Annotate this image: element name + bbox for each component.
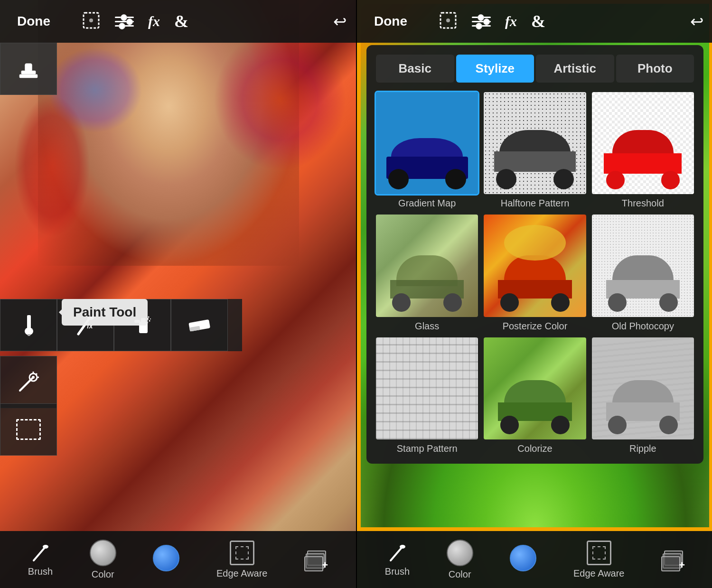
left-bottom-color-blue[interactable] xyxy=(153,545,179,574)
right-edge-aware-icon xyxy=(587,541,611,565)
halftone-wheel1 xyxy=(496,169,516,189)
threshold-label: Threshold xyxy=(622,198,664,209)
lasso-rect-icon xyxy=(16,419,41,440)
left-done-button[interactable]: Done xyxy=(9,10,58,33)
car-wheel1 xyxy=(388,169,409,189)
filter-halftone-pattern[interactable]: Halftone Pattern xyxy=(484,92,586,209)
stamp-pattern-label: Stamp Pattern xyxy=(397,443,458,454)
left-bottom-color-gray[interactable]: Color xyxy=(90,540,116,580)
left-selection-icon[interactable] xyxy=(82,11,101,30)
right-bottom-edge-aware[interactable]: Edge Aware xyxy=(573,541,625,579)
svg-rect-3 xyxy=(19,75,37,78)
right-brush-label: Brush xyxy=(385,566,410,577)
right-color-label: Color xyxy=(449,569,471,580)
svg-point-6 xyxy=(25,327,33,335)
layer-sheet-1 xyxy=(304,556,323,571)
threshold-wheel2 xyxy=(661,171,680,189)
layer-plus-icon: + xyxy=(322,559,328,571)
left-undo-button[interactable]: ↩ xyxy=(333,12,347,31)
left-amp-icon[interactable]: & xyxy=(174,11,188,31)
left-brush-label: Brush xyxy=(28,566,53,577)
photocopy-wheel2 xyxy=(659,293,678,312)
svg-point-1 xyxy=(89,19,93,22)
right-adjustments-icon[interactable] xyxy=(472,17,491,27)
filter-ripple[interactable]: Ripple xyxy=(592,337,694,454)
left-bottom-toolbar: Brush Color Edge Aware + xyxy=(0,531,356,588)
svg-point-15 xyxy=(149,320,150,322)
right-done-button[interactable]: Done xyxy=(366,10,415,33)
left-color-blob-red xyxy=(214,28,347,171)
ripple-wheel2 xyxy=(659,416,678,434)
paint-tool-label: Paint Tool xyxy=(73,305,136,319)
filter-glass[interactable]: Glass xyxy=(376,215,478,331)
left-panel: Done fx & ↩ xyxy=(0,0,356,588)
left-fx-icon[interactable]: fx xyxy=(148,13,160,29)
svg-rect-4 xyxy=(25,63,32,71)
brush-tool-button[interactable] xyxy=(0,299,57,351)
right-gray-swatch xyxy=(447,540,473,566)
left-paint-blob xyxy=(14,95,90,237)
gradient-map-thumb xyxy=(376,92,478,194)
right-edge-aware-label: Edge Aware xyxy=(573,568,625,579)
right-layers-icon: + xyxy=(661,548,685,571)
right-bottom-brush[interactable]: Brush xyxy=(385,542,410,577)
svg-point-28 xyxy=(43,545,48,549)
svg-point-32 xyxy=(400,545,405,549)
posterize-wheel1 xyxy=(500,293,519,312)
right-bottom-color-gray[interactable]: Color xyxy=(447,540,473,580)
left-bottom-layers[interactable]: + xyxy=(304,548,328,571)
magic-wand-tool-button[interactable] xyxy=(0,356,57,408)
stamp-pattern-overlay xyxy=(376,337,478,439)
filter-gradient-map[interactable]: Gradient Map xyxy=(376,92,478,209)
right-bottom-color-blue[interactable] xyxy=(510,545,536,574)
photocopy-wheel1 xyxy=(608,293,627,312)
stamp-icon xyxy=(17,57,40,81)
filter-threshold[interactable]: Threshold xyxy=(592,92,694,209)
right-selection-icon[interactable] xyxy=(439,11,458,30)
edge-aware-inner xyxy=(235,546,249,560)
left-bottom-edge-aware[interactable]: Edge Aware xyxy=(216,541,268,579)
halftone-wheel2 xyxy=(553,169,574,189)
right-blue-swatch xyxy=(510,545,536,571)
bottom-brush-icon xyxy=(30,542,51,563)
right-fx-icon[interactable]: fx xyxy=(505,13,517,29)
car-wheel2 xyxy=(445,169,466,189)
filter-old-photocopy[interactable]: Old Photocopy xyxy=(592,215,694,331)
eraser-icon xyxy=(187,318,211,332)
threshold-wheel1 xyxy=(606,171,625,189)
svg-rect-7 xyxy=(28,334,30,336)
effects-panel: Basic Stylize Artistic Photo xyxy=(366,45,703,464)
layers-icon: + xyxy=(304,548,328,571)
stamp-tool-button[interactable] xyxy=(0,43,57,95)
glass-wheel1 xyxy=(392,293,411,312)
right-undo-button[interactable]: ↩ xyxy=(690,12,703,31)
right-amp-icon[interactable]: & xyxy=(531,11,545,31)
paint-tool-tooltip: Paint Tool xyxy=(62,299,148,326)
left-bottom-brush[interactable]: Brush xyxy=(28,542,53,577)
right-panel: Done fx & ↩ Basic Stylize Arti xyxy=(357,0,712,588)
filter-stamp-pattern[interactable]: Stamp Pattern xyxy=(376,337,478,454)
right-brush-icon xyxy=(387,542,408,563)
tab-artistic[interactable]: Artistic xyxy=(536,55,614,83)
tab-photo[interactable]: Photo xyxy=(616,55,694,83)
filter-colorize[interactable]: Colorize xyxy=(484,337,586,454)
left-top-toolbar: Done fx & ↩ xyxy=(0,0,356,43)
filter-posterize-color[interactable]: Posterize Color xyxy=(484,215,586,331)
lasso-tool-button[interactable] xyxy=(0,403,57,456)
svg-point-30 xyxy=(446,19,450,22)
blue-color-swatch xyxy=(153,545,179,571)
right-bottom-layers[interactable]: + xyxy=(661,548,685,571)
right-edge-aware-inner xyxy=(592,546,606,560)
svg-line-24 xyxy=(36,373,37,375)
tab-stylize[interactable]: Stylize xyxy=(456,55,534,83)
left-color-label: Color xyxy=(92,569,114,580)
left-adjustments-icon[interactable] xyxy=(115,17,134,27)
svg-line-31 xyxy=(391,547,402,560)
tab-basic[interactable]: Basic xyxy=(376,55,454,83)
eraser-tool-button[interactable] xyxy=(171,299,228,351)
tab-photo-label: Photo xyxy=(637,61,673,75)
ripple-thumb xyxy=(592,337,694,439)
colorize-label: Colorize xyxy=(517,443,552,454)
filter-tabs: Basic Stylize Artistic Photo xyxy=(376,55,694,83)
posterize-driver xyxy=(504,225,565,261)
